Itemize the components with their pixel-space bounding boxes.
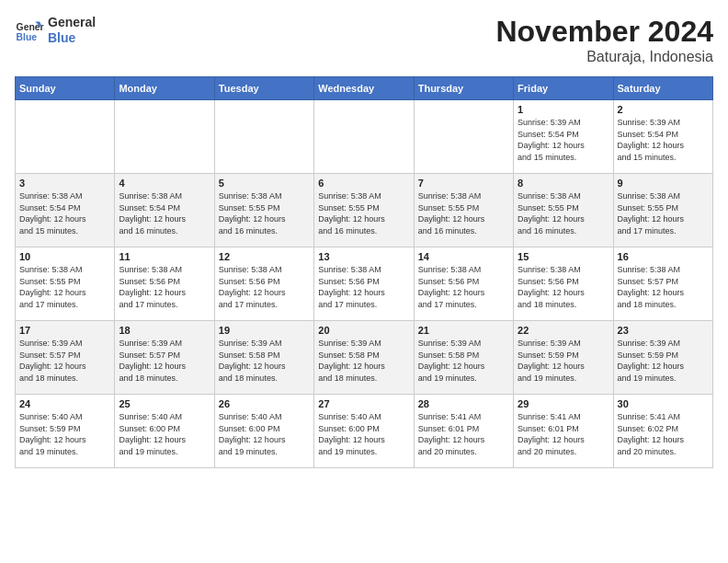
weekday-header-row: SundayMondayTuesdayWednesdayThursdayFrid… xyxy=(16,77,713,100)
calendar-cell: 4Sunrise: 5:38 AM Sunset: 5:54 PM Daylig… xyxy=(115,174,214,247)
day-number: 11 xyxy=(119,251,210,262)
day-number: 4 xyxy=(119,178,210,189)
day-info: Sunrise: 5:38 AM Sunset: 5:57 PM Dayligh… xyxy=(618,264,709,310)
calendar-table: SundayMondayTuesdayWednesdayThursdayFrid… xyxy=(15,76,713,468)
day-info: Sunrise: 5:38 AM Sunset: 5:55 PM Dayligh… xyxy=(19,264,110,310)
calendar-cell: 20Sunrise: 5:39 AM Sunset: 5:58 PM Dayli… xyxy=(314,321,414,395)
day-info: Sunrise: 5:39 AM Sunset: 5:59 PM Dayligh… xyxy=(518,338,609,384)
calendar-cell xyxy=(16,100,115,174)
calendar-cell: 23Sunrise: 5:39 AM Sunset: 5:59 PM Dayli… xyxy=(613,321,712,395)
day-info: Sunrise: 5:38 AM Sunset: 5:56 PM Dayligh… xyxy=(219,264,310,310)
weekday-header: Wednesday xyxy=(314,77,414,100)
day-info: Sunrise: 5:40 AM Sunset: 5:59 PM Dayligh… xyxy=(19,411,110,457)
calendar-cell: 16Sunrise: 5:38 AM Sunset: 5:57 PM Dayli… xyxy=(613,247,712,321)
day-info: Sunrise: 5:39 AM Sunset: 5:54 PM Dayligh… xyxy=(618,117,709,163)
day-info: Sunrise: 5:39 AM Sunset: 5:59 PM Dayligh… xyxy=(618,338,709,384)
calendar-cell: 5Sunrise: 5:38 AM Sunset: 5:55 PM Daylig… xyxy=(214,174,313,247)
calendar-cell: 6Sunrise: 5:38 AM Sunset: 5:55 PM Daylig… xyxy=(314,174,414,247)
day-number: 13 xyxy=(318,251,409,262)
page-title: November 2024 xyxy=(495,15,713,49)
day-info: Sunrise: 5:38 AM Sunset: 5:56 PM Dayligh… xyxy=(518,264,609,310)
calendar-week-row: 3Sunrise: 5:38 AM Sunset: 5:54 PM Daylig… xyxy=(16,174,713,247)
page-subtitle: Baturaja, Indonesia xyxy=(495,49,713,65)
day-number: 24 xyxy=(19,398,110,409)
day-info: Sunrise: 5:38 AM Sunset: 5:54 PM Dayligh… xyxy=(119,190,210,236)
calendar-cell xyxy=(214,100,313,174)
calendar-cell: 15Sunrise: 5:38 AM Sunset: 5:56 PM Dayli… xyxy=(514,247,613,321)
day-info: Sunrise: 5:38 AM Sunset: 5:56 PM Dayligh… xyxy=(119,264,210,310)
calendar-cell: 24Sunrise: 5:40 AM Sunset: 5:59 PM Dayli… xyxy=(16,395,115,468)
calendar-cell: 11Sunrise: 5:38 AM Sunset: 5:56 PM Dayli… xyxy=(115,247,214,321)
day-number: 5 xyxy=(219,178,310,189)
calendar-cell: 29Sunrise: 5:41 AM Sunset: 6:01 PM Dayli… xyxy=(514,395,613,468)
day-number: 9 xyxy=(618,178,709,189)
day-info: Sunrise: 5:38 AM Sunset: 5:56 PM Dayligh… xyxy=(418,264,509,310)
calendar-week-row: 24Sunrise: 5:40 AM Sunset: 5:59 PM Dayli… xyxy=(16,395,713,468)
day-info: Sunrise: 5:39 AM Sunset: 5:58 PM Dayligh… xyxy=(318,338,409,384)
day-number: 28 xyxy=(418,398,509,409)
calendar-cell: 18Sunrise: 5:39 AM Sunset: 5:57 PM Dayli… xyxy=(115,321,214,395)
day-info: Sunrise: 5:41 AM Sunset: 6:01 PM Dayligh… xyxy=(418,411,509,457)
day-number: 18 xyxy=(119,325,210,336)
day-number: 12 xyxy=(219,251,310,262)
day-info: Sunrise: 5:39 AM Sunset: 5:57 PM Dayligh… xyxy=(119,338,210,384)
day-info: Sunrise: 5:38 AM Sunset: 5:56 PM Dayligh… xyxy=(318,264,409,310)
calendar-cell: 1Sunrise: 5:39 AM Sunset: 5:54 PM Daylig… xyxy=(514,100,613,174)
calendar-cell: 27Sunrise: 5:40 AM Sunset: 6:00 PM Dayli… xyxy=(314,395,414,468)
day-number: 30 xyxy=(618,398,709,409)
day-number: 14 xyxy=(418,251,509,262)
calendar-cell: 30Sunrise: 5:41 AM Sunset: 6:02 PM Dayli… xyxy=(613,395,712,468)
day-number: 19 xyxy=(219,325,310,336)
calendar-cell xyxy=(414,100,513,174)
day-number: 25 xyxy=(119,398,210,409)
day-number: 15 xyxy=(518,251,609,262)
day-number: 10 xyxy=(19,251,110,262)
day-info: Sunrise: 5:38 AM Sunset: 5:54 PM Dayligh… xyxy=(19,190,110,236)
calendar-cell: 22Sunrise: 5:39 AM Sunset: 5:59 PM Dayli… xyxy=(514,321,613,395)
weekday-header: Monday xyxy=(115,77,214,100)
day-info: Sunrise: 5:40 AM Sunset: 6:00 PM Dayligh… xyxy=(219,411,310,457)
calendar-week-row: 1Sunrise: 5:39 AM Sunset: 5:54 PM Daylig… xyxy=(16,100,713,174)
weekday-header: Sunday xyxy=(16,77,115,100)
logo: General Blue General Blue xyxy=(15,15,96,46)
calendar-cell: 2Sunrise: 5:39 AM Sunset: 5:54 PM Daylig… xyxy=(613,100,712,174)
weekday-header: Thursday xyxy=(414,77,513,100)
day-info: Sunrise: 5:40 AM Sunset: 6:00 PM Dayligh… xyxy=(318,411,409,457)
day-number: 17 xyxy=(19,325,110,336)
day-number: 6 xyxy=(318,178,409,189)
day-number: 8 xyxy=(518,178,609,189)
day-number: 1 xyxy=(518,104,609,115)
calendar-cell: 8Sunrise: 5:38 AM Sunset: 5:55 PM Daylig… xyxy=(514,174,613,247)
day-info: Sunrise: 5:40 AM Sunset: 6:00 PM Dayligh… xyxy=(119,411,210,457)
day-number: 27 xyxy=(318,398,409,409)
day-number: 2 xyxy=(618,104,709,115)
calendar-cell: 12Sunrise: 5:38 AM Sunset: 5:56 PM Dayli… xyxy=(214,247,313,321)
day-info: Sunrise: 5:39 AM Sunset: 5:58 PM Dayligh… xyxy=(219,338,310,384)
day-info: Sunrise: 5:38 AM Sunset: 5:55 PM Dayligh… xyxy=(418,190,509,236)
title-block: November 2024 Baturaja, Indonesia xyxy=(495,15,713,65)
calendar-cell: 10Sunrise: 5:38 AM Sunset: 5:55 PM Dayli… xyxy=(16,247,115,321)
day-number: 20 xyxy=(318,325,409,336)
day-info: Sunrise: 5:38 AM Sunset: 5:55 PM Dayligh… xyxy=(318,190,409,236)
calendar-cell: 26Sunrise: 5:40 AM Sunset: 6:00 PM Dayli… xyxy=(214,395,313,468)
calendar-cell xyxy=(314,100,414,174)
day-info: Sunrise: 5:38 AM Sunset: 5:55 PM Dayligh… xyxy=(518,190,609,236)
day-info: Sunrise: 5:38 AM Sunset: 5:55 PM Dayligh… xyxy=(219,190,310,236)
logo-icon: General Blue xyxy=(15,16,44,45)
day-number: 16 xyxy=(618,251,709,262)
calendar-cell: 14Sunrise: 5:38 AM Sunset: 5:56 PM Dayli… xyxy=(414,247,513,321)
calendar-cell: 21Sunrise: 5:39 AM Sunset: 5:58 PM Dayli… xyxy=(414,321,513,395)
day-number: 29 xyxy=(518,398,609,409)
day-number: 23 xyxy=(618,325,709,336)
calendar-week-row: 17Sunrise: 5:39 AM Sunset: 5:57 PM Dayli… xyxy=(16,321,713,395)
calendar-cell: 19Sunrise: 5:39 AM Sunset: 5:58 PM Dayli… xyxy=(214,321,313,395)
day-info: Sunrise: 5:39 AM Sunset: 5:58 PM Dayligh… xyxy=(418,338,509,384)
day-number: 3 xyxy=(19,178,110,189)
weekday-header: Tuesday xyxy=(214,77,313,100)
day-info: Sunrise: 5:39 AM Sunset: 5:57 PM Dayligh… xyxy=(19,338,110,384)
page-header: General Blue General Blue November 2024 … xyxy=(15,15,713,65)
day-info: Sunrise: 5:41 AM Sunset: 6:01 PM Dayligh… xyxy=(518,411,609,457)
weekday-header: Saturday xyxy=(613,77,712,100)
day-info: Sunrise: 5:38 AM Sunset: 5:55 PM Dayligh… xyxy=(618,190,709,236)
calendar-cell: 9Sunrise: 5:38 AM Sunset: 5:55 PM Daylig… xyxy=(613,174,712,247)
